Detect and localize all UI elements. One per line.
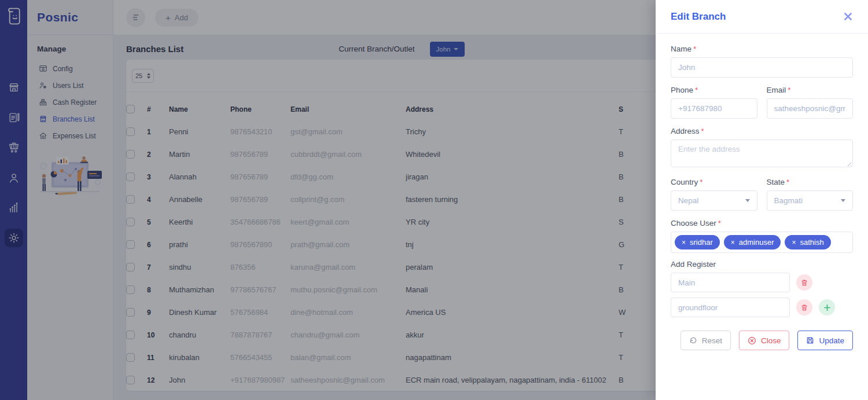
user-tag[interactable]: × sathish [785, 235, 830, 249]
add-register-button[interactable] [819, 299, 835, 315]
required-asterisk: * [701, 127, 704, 135]
address-field[interactable] [671, 140, 853, 167]
country-select[interactable]: Nepal [671, 190, 757, 211]
drawer-actions: Reset Close Update [671, 331, 853, 350]
email-label: Email* [767, 86, 854, 94]
user-tag[interactable]: × adminuser [724, 235, 781, 249]
choose-user-multiselect[interactable]: × sridhar × adminuser × sathish [671, 232, 853, 253]
required-asterisk: * [693, 45, 696, 53]
remove-tag-icon[interactable]: × [682, 239, 686, 246]
phone-label: Phone* [671, 86, 757, 94]
required-asterisk: * [700, 178, 703, 186]
update-button-label: Update [819, 336, 844, 345]
state-value: Bagmati [774, 196, 803, 205]
choose-user-label: Choose User* [671, 219, 853, 227]
user-tag-label: sridhar [690, 238, 713, 247]
close-icon[interactable] [843, 12, 853, 21]
address-textarea-wrap [671, 140, 853, 170]
user-tag-label: sathish [800, 238, 824, 247]
user-tag-label: adminuser [739, 238, 774, 247]
delete-register-button[interactable] [796, 274, 812, 291]
register-field[interactable] [671, 298, 790, 317]
required-asterisk: * [695, 86, 698, 94]
close-button[interactable]: Close [739, 331, 790, 350]
reset-button-label: Reset [702, 336, 722, 345]
required-asterisk: * [786, 178, 789, 186]
name-field[interactable] [671, 57, 853, 78]
remove-tag-icon[interactable]: × [731, 239, 735, 246]
update-button[interactable]: Update [797, 331, 853, 350]
remove-tag-icon[interactable]: × [792, 239, 796, 246]
reset-button[interactable]: Reset [681, 331, 731, 350]
drawer-title: Edit Branch [671, 11, 726, 23]
address-label: Address* [671, 127, 853, 135]
email-field[interactable] [767, 98, 854, 119]
edit-branch-drawer: Edit Branch Name* Phone* Email* [656, 0, 868, 400]
country-label: Country* [671, 178, 757, 186]
state-label: State* [767, 178, 854, 186]
register-field[interactable] [671, 273, 790, 292]
required-asterisk: * [788, 86, 790, 94]
country-value: Nepal [678, 196, 698, 205]
phone-field[interactable] [671, 98, 757, 119]
add-register-label: Add Register [671, 260, 853, 269]
required-asterisk: * [718, 219, 721, 227]
user-tag[interactable]: × sridhar [675, 235, 720, 249]
edit-branch-form: Name* Phone* Email* Address* [656, 34, 868, 350]
name-label: Name* [671, 45, 853, 53]
chevron-down-icon [745, 199, 750, 202]
chevron-down-icon [841, 199, 845, 202]
state-select[interactable]: Bagmati [767, 190, 854, 211]
drawer-header: Edit Branch [656, 0, 868, 34]
close-button-label: Close [761, 336, 781, 345]
delete-register-button[interactable] [796, 299, 812, 315]
